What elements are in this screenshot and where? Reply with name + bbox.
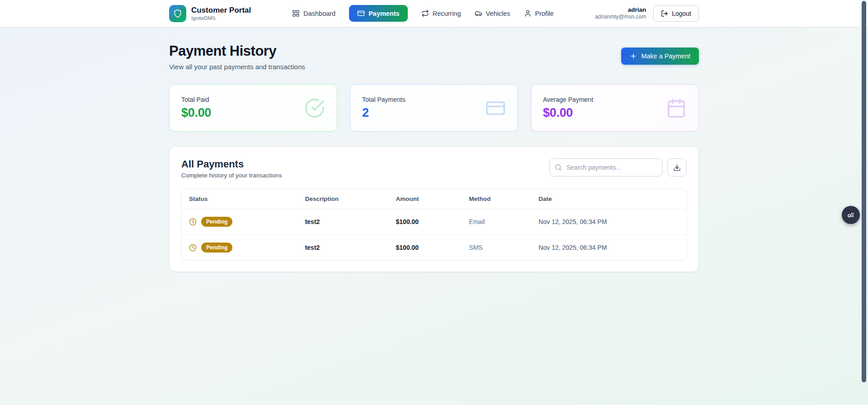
brand-title: Customer Portal: [191, 6, 251, 15]
status-badge: Pending: [201, 243, 232, 253]
column-header-description: Description: [298, 189, 389, 209]
grid-icon: [292, 10, 300, 17]
page-title: Payment History: [169, 43, 305, 59]
nav-item-profile[interactable]: Profile: [524, 10, 554, 17]
plus-icon: [630, 52, 637, 60]
clock-icon: [189, 244, 197, 252]
payment-method: SMS: [462, 235, 531, 261]
shield-logo-icon: [169, 5, 186, 22]
stat-label: Total Payments: [362, 96, 406, 103]
stat-card-average-payment: Average Payment $0.00: [531, 84, 699, 132]
nav-label: Recurring: [433, 10, 461, 17]
stat-label: Total Paid: [181, 96, 211, 103]
scrollbar[interactable]: [862, 1, 866, 382]
stat-label: Average Payment: [543, 96, 593, 103]
search-input[interactable]: [549, 158, 663, 176]
payment-date: Nov 12, 2025, 06:34 PM: [531, 235, 686, 261]
download-icon: [673, 164, 681, 172]
logout-label: Logout: [672, 10, 691, 17]
payment-method: Email: [462, 209, 531, 235]
payment-description: test2: [298, 235, 389, 261]
payments-table: Status Description Amount Method Date: [181, 189, 687, 261]
brand: Customer Portal IgniteDMS: [169, 5, 251, 22]
stat-value: 2: [362, 106, 406, 120]
nav-label: Profile: [535, 10, 554, 17]
clock-icon: [189, 218, 197, 226]
stat-value: $0.00: [543, 106, 593, 120]
all-payments-panel: All Payments Complete history of your tr…: [169, 146, 699, 272]
user-icon: [524, 10, 532, 17]
panel-title: All Payments: [181, 158, 282, 170]
nav-label: Vehicles: [486, 10, 510, 17]
nav-item-vehicles[interactable]: Vehicles: [475, 10, 510, 17]
payment-description: test2: [298, 209, 389, 235]
feedback-widget-button[interactable]: [842, 206, 860, 224]
column-header-date: Date: [531, 189, 686, 209]
stat-card-total-payments: Total Payments 2: [350, 84, 518, 132]
nav-item-recurring[interactable]: Recurring: [421, 10, 461, 17]
payment-amount: $100.00: [389, 209, 462, 235]
table-row[interactable]: Pending test2 $100.00 SMS Nov 12, 2025, …: [182, 235, 686, 261]
make-payment-label: Make a Payment: [641, 52, 690, 60]
brand-subtitle: IgniteDMS: [191, 15, 251, 21]
table-header-row: Status Description Amount Method Date: [182, 189, 686, 209]
user-email: adrianmty@msn.com: [595, 14, 646, 21]
stat-value: $0.00: [181, 106, 211, 120]
credit-card-icon: [485, 98, 506, 119]
payment-amount: $100.00: [389, 235, 462, 261]
user-info: adrian adrianmty@msn.com: [595, 6, 646, 21]
payment-date: Nov 12, 2025, 06:34 PM: [531, 209, 686, 235]
make-payment-button[interactable]: Make a Payment: [621, 48, 699, 65]
table-row[interactable]: Pending test2 $100.00 Email Nov 12, 2025…: [182, 209, 686, 235]
nav-label: Dashboard: [303, 10, 335, 17]
check-circle-icon: [304, 98, 325, 119]
nav-item-dashboard[interactable]: Dashboard: [292, 10, 335, 17]
status-badge: Pending: [201, 217, 232, 227]
repeat-icon: [421, 10, 429, 17]
credit-card-icon: [357, 10, 365, 17]
logout-icon: [661, 10, 668, 17]
column-header-amount: Amount: [389, 189, 462, 209]
main-nav: Dashboard Payments Recurring Vehicles: [251, 5, 594, 22]
column-header-status: Status: [182, 189, 298, 209]
nav-item-payments[interactable]: Payments: [349, 5, 408, 22]
main-content: Payment History View all your past payme…: [169, 27, 699, 272]
nav-label: Payments: [368, 10, 400, 17]
download-button[interactable]: [667, 158, 687, 176]
logout-button[interactable]: Logout: [653, 5, 699, 22]
user-name: adrian: [595, 6, 646, 14]
top-navbar: Customer Portal IgniteDMS Dashboard Paym…: [0, 0, 868, 27]
calendar-icon: [666, 98, 687, 119]
panel-subtitle: Complete history of your transactions: [181, 172, 282, 179]
page-subtitle: View all your past payments and transact…: [169, 63, 305, 71]
stat-card-total-paid: Total Paid $0.00: [169, 84, 337, 132]
stats-row: Total Paid $0.00 Total Payments 2 Averag…: [169, 84, 699, 132]
column-header-method: Method: [462, 189, 531, 209]
car-icon: [475, 10, 482, 17]
list-circle-icon: [846, 210, 855, 219]
